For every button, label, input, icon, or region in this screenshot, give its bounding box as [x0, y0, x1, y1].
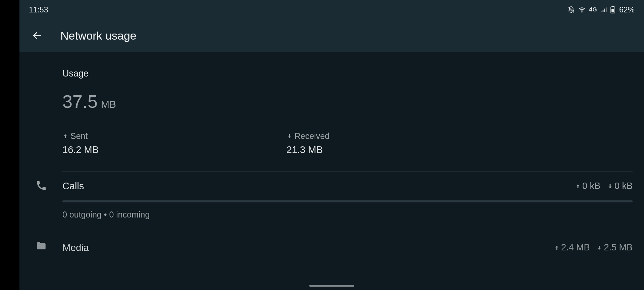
page-title: Network usage — [60, 29, 137, 42]
content-area[interactable]: Usage 37.5 MB Sent 16.2 MB — [19, 52, 644, 290]
arrow-down-icon — [286, 133, 292, 139]
arrow-down-icon — [596, 245, 602, 251]
cell-network-label: 4G — [589, 6, 597, 13]
usage-total: 37.5 MB — [62, 91, 633, 112]
phone-icon — [36, 180, 47, 191]
folder-icon — [36, 240, 47, 252]
media-down-pair: 2.5 MB — [596, 242, 633, 253]
received-value: 21.3 MB — [286, 144, 329, 155]
category-calls-stats: 0 kB 0 kB — [575, 181, 633, 191]
sent-label-row: Sent — [62, 131, 286, 141]
wifi-icon — [578, 6, 586, 13]
received-column: Received 21.3 MB — [286, 131, 329, 155]
category-media-header: Media 2.4 MB 2.5 MB — [62, 241, 633, 252]
category-calls-name: Calls — [62, 181, 84, 192]
arrow-down-icon — [607, 183, 613, 189]
nav-handle[interactable] — [309, 285, 354, 287]
category-media-stats: 2.4 MB 2.5 MB — [554, 242, 633, 253]
calls-down-pair: 0 kB — [607, 181, 633, 191]
svg-point-1 — [582, 12, 582, 12]
category-media-name: Media — [62, 242, 89, 253]
arrow-left-icon — [32, 30, 43, 41]
arrow-up-icon — [554, 245, 560, 251]
usage-total-number: 37.5 — [62, 91, 98, 112]
back-button[interactable] — [31, 29, 44, 42]
media-up-value: 2.4 MB — [561, 242, 590, 253]
calls-subtext: 0 outgoing • 0 incoming — [62, 210, 633, 220]
category-calls-header: Calls 0 kB 0 kB — [62, 181, 633, 192]
app-header: Network usage — [19, 19, 644, 52]
calls-progress-bar — [62, 200, 633, 202]
usage-total-unit: MB — [101, 99, 116, 110]
usage-section-label: Usage — [62, 68, 633, 79]
dnd-off-icon — [568, 6, 575, 13]
received-label: Received — [294, 131, 329, 141]
signal-icon — [600, 6, 607, 13]
sent-received-row: Sent 16.2 MB Received 21.3 MB — [62, 131, 633, 155]
sent-column: Sent 16.2 MB — [62, 131, 286, 155]
category-calls[interactable]: Calls 0 kB 0 kB 0 outgoing • 0 incoming — [62, 172, 633, 220]
svg-rect-2 — [601, 11, 602, 12]
calls-down-value: 0 kB — [614, 181, 633, 191]
sent-label: Sent — [70, 131, 88, 141]
status-right-cluster: 4G 62% — [568, 5, 635, 14]
svg-rect-3 — [603, 10, 604, 12]
battery-percent: 62% — [619, 5, 635, 14]
sent-value: 16.2 MB — [62, 144, 286, 155]
media-up-pair: 2.4 MB — [554, 242, 590, 253]
svg-rect-5 — [606, 7, 607, 12]
svg-rect-4 — [604, 9, 605, 12]
arrow-up-icon — [62, 133, 68, 139]
app-screen: 11:53 4G — [19, 0, 644, 290]
status-time: 11:53 — [29, 5, 48, 14]
svg-rect-8 — [611, 9, 614, 12]
received-label-row: Received — [286, 131, 329, 141]
arrow-up-icon — [575, 183, 581, 189]
battery-icon — [610, 6, 615, 13]
calls-up-value: 0 kB — [582, 181, 600, 191]
category-media[interactable]: Media 2.4 MB 2.5 MB — [62, 232, 633, 252]
status-bar: 11:53 4G — [19, 0, 644, 19]
media-down-value: 2.5 MB — [604, 242, 633, 253]
calls-up-pair: 0 kB — [575, 181, 600, 191]
